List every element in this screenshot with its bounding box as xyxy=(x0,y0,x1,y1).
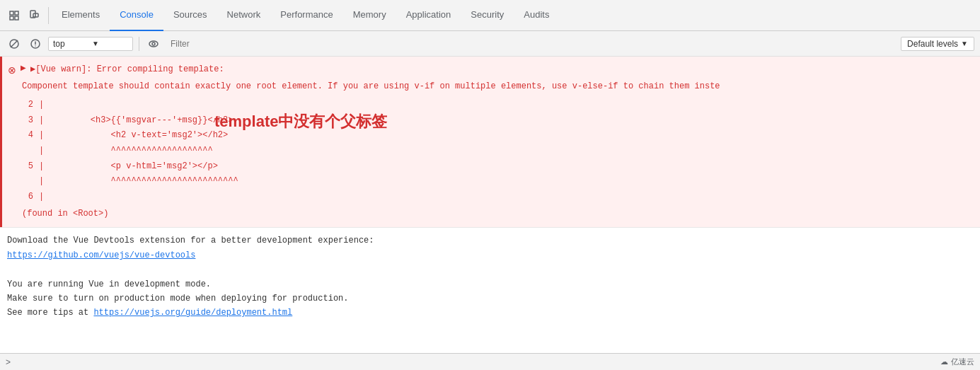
console-toolbar: top ▼ Default levels ▼ xyxy=(0,31,980,57)
error-expand-icon[interactable]: ▶ xyxy=(21,64,26,71)
info-line-5: See more tips at https://vuejs.org/guide… xyxy=(7,306,973,320)
inspect-icon[interactable] xyxy=(6,7,23,24)
levels-arrow-icon: ▼ xyxy=(961,40,968,47)
code-line-4: 4 | <h2 v-text='msg2'></h2> xyxy=(22,128,974,144)
info-link-1[interactable]: https://github.com/vuejs/vue-devtools xyxy=(7,248,973,262)
error-block: ⊗ ▶ ▶[Vue warn]: Error compiling templat… xyxy=(0,57,980,227)
device-toggle-icon[interactable] xyxy=(25,7,42,24)
tab-audits[interactable]: Audits xyxy=(514,0,559,31)
tab-sources[interactable]: Sources xyxy=(163,0,217,31)
console-prompt: > xyxy=(6,357,11,367)
info-line-4: Make sure to turn on production mode whe… xyxy=(7,291,973,306)
info-line-1: Download the Vue Devtools extension for … xyxy=(7,233,973,248)
info-line-3: You are running Vue in development mode. xyxy=(7,277,973,291)
svg-point-11 xyxy=(35,45,35,46)
error-title-text: ▶[Vue warn]: Error compiling template: xyxy=(30,64,224,74)
code-line-5: 5 | <p v-html='msg2'></p> xyxy=(22,159,974,175)
code-line-4-caret: | ^^^^^^^^^^^^^^^^^^^^ xyxy=(22,144,974,159)
eye-icon[interactable] xyxy=(145,35,162,52)
tab-security[interactable]: Security xyxy=(461,0,514,31)
code-line-3: 3 | <h3>{{'msgvar---'+msg}}</h3> xyxy=(22,113,974,129)
tab-performance[interactable]: Performance xyxy=(270,0,342,31)
watermark-icon: ☁ xyxy=(940,357,948,366)
context-selector[interactable]: top ▼ xyxy=(48,37,133,51)
info-block: Download the Vue Devtools extension for … xyxy=(0,227,980,325)
filter-input[interactable] xyxy=(166,37,897,50)
svg-line-8 xyxy=(11,40,18,47)
toolbar-separator xyxy=(139,37,139,51)
tab-network[interactable]: Network xyxy=(217,0,271,31)
info-spacer xyxy=(7,262,973,277)
clear-console-icon[interactable] xyxy=(6,35,23,52)
console-input[interactable] xyxy=(13,357,938,367)
svg-rect-1 xyxy=(15,11,18,15)
error-circle-icon: ⊗ xyxy=(8,64,16,76)
code-line-5-caret: | ^^^^^^^^^^^^^^^^^^^^^^^^^ xyxy=(22,174,974,190)
tab-elements[interactable]: Elements xyxy=(52,0,110,31)
found-in-text: (found in <Root>) xyxy=(2,206,980,221)
error-code-block: template中没有个父标签 2 | 3 | <h3>{{'msgvar---… xyxy=(2,96,980,206)
svg-rect-3 xyxy=(15,16,18,20)
devtools-tab-bar: Elements Console Sources Network Perform… xyxy=(0,0,980,31)
error-description: Component template should contain exactl… xyxy=(2,77,980,96)
annotation-text: template中没有个父标签 xyxy=(214,108,387,136)
tab-console[interactable]: Console xyxy=(110,0,163,31)
svg-point-12 xyxy=(149,41,158,47)
svg-rect-0 xyxy=(10,11,13,15)
bottom-right-area: ☁ 亿速云 xyxy=(940,357,974,367)
tab-memory[interactable]: Memory xyxy=(343,0,396,31)
console-output: ⊗ ▶ ▶[Vue warn]: Error compiling templat… xyxy=(0,57,980,353)
code-line-2: 2 | xyxy=(22,98,974,113)
pause-on-exception-icon[interactable] xyxy=(27,35,44,52)
levels-dropdown[interactable]: Default levels ▼ xyxy=(901,37,974,51)
context-dropdown-arrow: ▼ xyxy=(92,40,128,47)
devtools-icon-buttons xyxy=(6,7,49,24)
tab-application[interactable]: Application xyxy=(396,0,461,31)
svg-point-6 xyxy=(33,16,33,17)
svg-rect-2 xyxy=(10,16,13,20)
svg-point-13 xyxy=(152,42,155,45)
code-line-6: 6 | xyxy=(22,190,974,205)
bottom-bar: > ☁ 亿速云 xyxy=(0,353,980,370)
error-title-line: ⊗ ▶ ▶[Vue warn]: Error compiling templat… xyxy=(2,62,980,77)
watermark-text: 亿速云 xyxy=(951,357,974,367)
